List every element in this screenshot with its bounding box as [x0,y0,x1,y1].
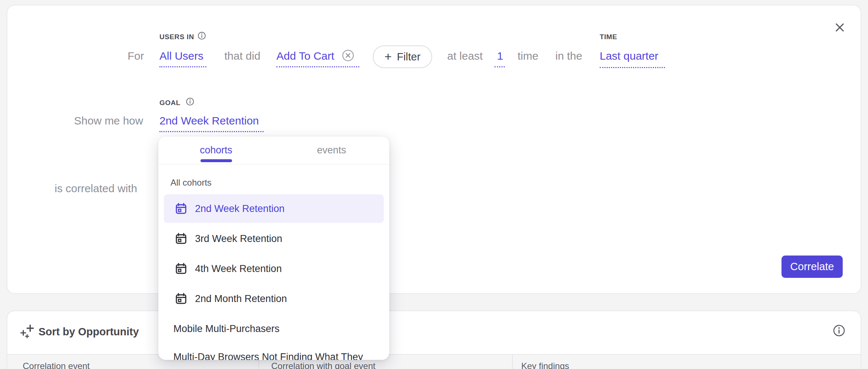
list-item-2nd-month-retention[interactable]: 2nd Month Retention [164,284,384,313]
calendar-icon [175,232,187,245]
goal-selector[interactable]: 2nd Week Retention [159,115,259,126]
sentence-at-least: at least [447,51,483,61]
sentence-is-correlated-with: is correlated with [55,183,137,194]
list-item-3rd-week-retention[interactable]: 3rd Week Retention [164,224,384,253]
time-label: TIME [600,33,617,40]
sentence-for: For [128,51,144,61]
add-filter-button[interactable]: + Filter [373,45,432,68]
list-item-4th-week-retention[interactable]: 4th Week Retention [164,254,384,283]
event-underline [276,66,359,67]
count-input[interactable]: 1 [497,51,503,61]
list-item-label: 2nd Week Retention [195,203,284,215]
count-underline [494,66,505,67]
subject-underline [159,66,206,67]
list-item-2nd-week-retention[interactable]: 2nd Week Retention [164,194,384,223]
column-correlation-with-goal-event: Correlation with goal event [271,361,375,369]
sentence-show-me-how: Show me how [74,115,143,126]
column-key-findings: Key findings [521,361,569,369]
sort-by-opportunity-button[interactable]: Sort by Opportunity [38,327,139,337]
tab-cohorts[interactable]: cohorts [158,137,274,164]
close-icon[interactable] [834,22,846,33]
sentence-time-word: time [518,51,538,61]
list-item-multi-day-browsers[interactable]: Multi-Day Browsers Not Finding What They [164,343,384,360]
info-icon[interactable] [198,31,206,40]
info-icon[interactable] [833,324,845,337]
time-range-selector[interactable]: Last quarter [600,51,658,61]
list-item-label: 3rd Week Retention [195,233,282,245]
sentence-in-the: in the [555,51,582,61]
active-tab-indicator [201,159,232,162]
list-item-mobile-multi-purchasers[interactable]: Mobile Multi-Purchasers [164,314,384,343]
tab-cohorts-label: cohorts [200,145,232,156]
list-item-label: Mobile Multi-Purchasers [173,323,280,335]
circle-x-icon[interactable] [342,49,354,61]
time-range-underline [600,67,665,68]
query-builder-card: USERS IN TIME For All Users that did Add… [7,5,861,294]
subject-selector[interactable]: All Users [159,51,203,61]
goal-dropdown: cohorts events All cohorts 2nd Week Rete… [158,137,389,360]
calendar-icon [175,292,187,305]
results-card: Sort by Opportunity Correlation event Co… [7,310,861,369]
users-in-label: USERS IN [159,33,194,40]
calendar-icon [175,202,187,215]
list-item-label: 4th Week Retention [195,263,282,275]
correlate-button[interactable]: Correlate [781,256,843,278]
results-table-header: Correlation event Correlation with goal … [7,354,861,369]
correlation-screen: USERS IN TIME For All Users that did Add… [0,0,868,369]
sentence-that-did: that did [224,51,260,61]
calendar-icon [175,262,187,275]
sparkle-plus-icon [20,324,35,339]
cohorts-section-label: All cohorts [170,178,212,188]
goal-underline [159,131,264,132]
info-icon[interactable] [186,97,194,106]
tab-events[interactable]: events [274,137,389,164]
column-divider [512,354,513,369]
list-item-label: 2nd Month Retention [195,293,287,305]
goal-label: GOAL [159,99,180,106]
filter-button-label: Filter [397,51,420,63]
event-selector[interactable]: Add To Cart [276,51,334,61]
plus-icon: + [385,49,392,64]
column-correlation-event: Correlation event [23,361,90,369]
list-item-label: Multi-Day Browsers Not Finding What They [173,351,363,360]
tab-events-label: events [317,145,346,156]
dropdown-tabs: cohorts events [158,137,389,164]
